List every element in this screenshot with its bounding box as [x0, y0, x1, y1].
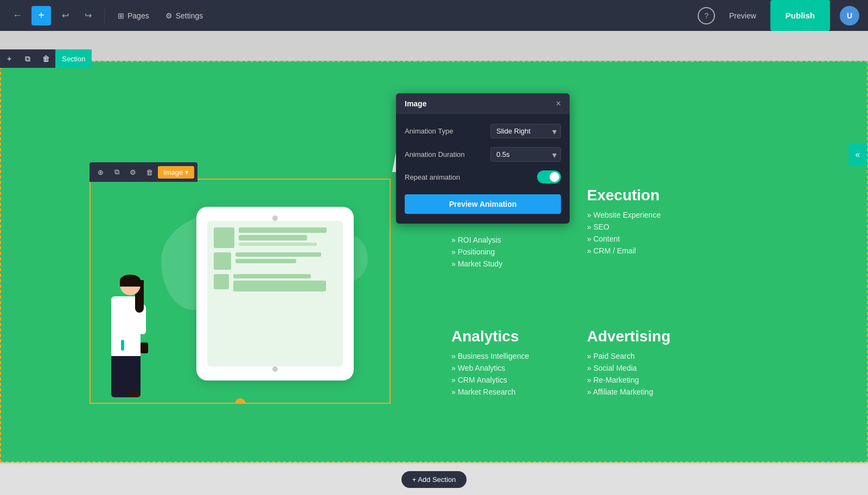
execution-item-3: » Content	[587, 234, 661, 243]
image-label-button[interactable]: Image ▾	[158, 166, 194, 179]
panel-close-button[interactable]: ×	[556, 99, 561, 109]
pages-label: Pages	[127, 11, 149, 20]
tablet-illustration	[196, 207, 356, 380]
tablet-camera	[272, 215, 278, 221]
navbar: ← + ↩ ↪ ⊞ Pages ⚙ Settings ? Preview Pub…	[0, 0, 868, 31]
section-toolbar: + ⧉ 🗑 Section	[0, 49, 92, 68]
settings-label: Settings	[176, 11, 203, 20]
settings-image-button[interactable]: ⚙	[125, 164, 141, 180]
analytics-item-2: » Web Analytics	[451, 364, 529, 372]
redo-button[interactable]: ↪	[79, 7, 97, 24]
preview-animation-label: Preview Animation	[449, 200, 517, 208]
repeat-animation-toggle[interactable]	[537, 170, 561, 183]
close-icon: ×	[556, 99, 561, 108]
add-section-button[interactable]: + Add Section	[401, 471, 467, 488]
settings-icon: ⚙	[165, 11, 173, 20]
execution-item-1: » Website Experience	[587, 211, 661, 219]
pages-icon: ⊞	[118, 11, 124, 20]
repeat-animation-row: Repeat animation	[405, 170, 561, 183]
publish-button[interactable]: Publish	[770, 0, 830, 31]
analytics-item-3: » CRM Analytics	[451, 376, 529, 384]
advertising-heading: Advertising	[587, 328, 671, 345]
strategy-item-3: » Market Study	[451, 259, 502, 268]
pages-button[interactable]: ⊞ Pages	[112, 8, 155, 23]
advertising-column: Advertising » Paid Search » Social Media…	[587, 328, 671, 399]
add-icon: +	[7, 54, 11, 63]
copy-section-button[interactable]: ⧉	[18, 49, 37, 68]
collapse-panel-button[interactable]: «	[848, 145, 867, 164]
publish-label: Publish	[786, 11, 815, 20]
tablet-device	[196, 207, 354, 380]
illustration	[91, 180, 390, 403]
redo-icon: ↪	[85, 10, 92, 21]
strategy-item-1: » ROI Analysis	[451, 236, 502, 244]
nav-divider	[104, 8, 105, 24]
execution-heading: Execution	[587, 187, 661, 204]
panel-header: Image ×	[396, 93, 570, 114]
execution-item-2: » SEO	[587, 223, 661, 231]
preview-button[interactable]: Preview	[720, 7, 765, 24]
section-label: Section	[55, 49, 92, 68]
strategy-item-2: » Positioning	[451, 248, 502, 256]
move-icon: ⊕	[98, 168, 104, 176]
delete-section-button[interactable]: 🗑	[37, 49, 55, 68]
animation-type-select-wrapper: Slide Right None Fade In Slide Left Slid…	[490, 124, 561, 138]
animation-duration-select-wrapper: 0.3s 0.5s 0.8s 1s 1.5s 2s	[490, 147, 561, 162]
analytics-item-1: » Business Intelligence	[451, 352, 529, 360]
execution-column: Execution » Website Experience » SEO » C…	[587, 187, 661, 258]
copy-image-button[interactable]: ⧉	[109, 164, 124, 180]
analytics-column: Analytics » Business Intelligence » Web …	[451, 328, 529, 399]
person-illustration	[104, 275, 148, 397]
toggle-knob	[550, 172, 559, 182]
undo-button[interactable]: ↩	[56, 7, 74, 24]
add-section-bar: + Add Section	[0, 464, 868, 495]
copy-image-icon: ⧉	[114, 168, 119, 176]
panel-body: Animation Type Slide Right None Fade In …	[396, 114, 570, 224]
image-label: Image	[163, 168, 183, 176]
animation-type-select[interactable]: Slide Right None Fade In Slide Left Slid…	[490, 124, 561, 138]
preview-animation-button[interactable]: Preview Animation	[405, 194, 561, 214]
animation-duration-row: Animation Duration 0.3s 0.5s 0.8s 1s 1.5…	[405, 147, 561, 162]
plus-icon: +	[38, 9, 44, 22]
execution-item-4: » CRM / Email	[587, 246, 661, 255]
image-element[interactable]: ◆	[90, 179, 391, 404]
analytics-item-4: » Market Research	[451, 388, 529, 396]
advertising-item-1: » Paid Search	[587, 352, 671, 360]
settings-button[interactable]: ⚙ Settings	[160, 8, 209, 23]
dropdown-arrow-icon: ▾	[185, 168, 189, 176]
advertising-item-2: » Social Media	[587, 364, 671, 372]
back-icon: ←	[12, 10, 22, 21]
back-button[interactable]: ←	[9, 7, 26, 24]
add-element-button[interactable]: +	[31, 6, 51, 26]
editor-area: + ⧉ 🗑 Section ⊕ ⧉ ⚙ 🗑	[0, 31, 868, 495]
image-animation-panel: Image × Animation Type Slide Right None …	[396, 93, 570, 224]
advertising-item-4: » Affiliate Marketing	[587, 388, 671, 396]
analytics-heading: Analytics	[451, 328, 529, 345]
trash-icon: 🗑	[42, 54, 50, 63]
settings-image-icon: ⚙	[130, 168, 136, 176]
chevron-arrows-icon: «	[856, 150, 860, 160]
help-icon: ?	[704, 11, 709, 20]
move-image-button[interactable]: ⊕	[93, 164, 108, 180]
animation-type-label: Animation Type	[405, 127, 453, 135]
right-side-panel: «	[848, 143, 867, 166]
animation-type-row: Animation Type Slide Right None Fade In …	[405, 124, 561, 138]
advertising-item-3: » Re-Marketing	[587, 376, 671, 384]
animation-duration-select[interactable]: 0.3s 0.5s 0.8s 1s 1.5s 2s	[490, 147, 561, 162]
delete-image-icon: 🗑	[146, 168, 153, 176]
repeat-animation-label: Repeat animation	[405, 173, 460, 181]
preview-label: Preview	[729, 11, 756, 20]
panel-title: Image	[405, 99, 426, 108]
undo-icon: ↩	[62, 10, 69, 21]
delete-image-button[interactable]: 🗑	[142, 164, 157, 180]
image-element-toolbar: ⊕ ⧉ ⚙ 🗑 Image ▾	[90, 162, 197, 182]
tablet-home-button	[272, 366, 278, 372]
tablet-screen	[207, 221, 343, 366]
help-button[interactable]: ?	[698, 7, 715, 24]
copy-icon: ⧉	[25, 54, 30, 64]
add-section-label: + Add Section	[412, 475, 456, 484]
animation-duration-label: Animation Duration	[405, 150, 465, 158]
avatar: U	[840, 6, 859, 26]
add-section-tool-button[interactable]: +	[0, 49, 18, 68]
strategy-column: » ROI Analysis » Positioning » Market St…	[451, 236, 502, 271]
